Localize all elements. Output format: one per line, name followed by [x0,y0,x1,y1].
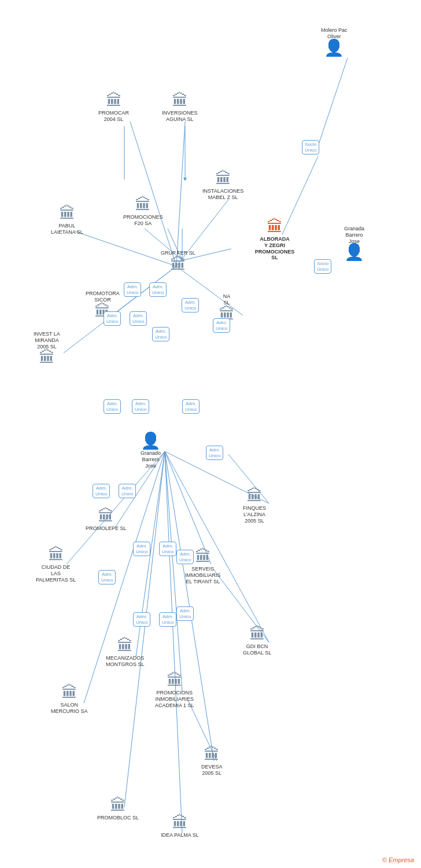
badge-adm-gbj: Adm.Unico [206,446,223,460]
svg-line-8 [130,122,176,266]
label-molero-pac-oliver: Molero PacOliver [321,27,348,40]
node-grup-fer: GRUP FER SL 🏛 [161,249,195,273]
building-icon-promocions: 🏛 [167,672,183,689]
building-icon-pabul: 🏛 [59,205,75,222]
svg-line-9 [176,122,185,266]
label-promocions-inmobiliaries: PROMOCIONSINMOBILIARIESACADEMIA 1 SL [155,690,194,708]
badge-adm-15: Adm.Unico [98,570,116,584]
badge-adm-9: Adm.Unico [132,399,149,414]
badge-adm-18: Adm.Unico [159,612,176,627]
building-icon-grup-fer: 🏛 [170,256,186,273]
label-devesa-2005: DEVESA2005 SL [201,764,223,777]
person-icon-granada-top: 👤 [344,244,364,260]
label-granada-top: GranadaBarreroJose [344,226,364,244]
building-icon-inversiones-aguina: 🏛 [172,93,188,109]
node-mecanizados: 🏛 MECANIZADOSMONTGROS SL [106,638,145,668]
label-inversiones-aguina: INVERSIONESAGUINA SL [162,110,198,123]
label-promobloc: PROMOBLOC SL [97,815,139,821]
badge-adm-14: Adm.Unico [159,542,176,556]
building-icon-idea-palma: 🏛 [172,815,188,831]
copyright: © Empresa [382,856,414,863]
building-icon-devesa: 🏛 [204,746,220,763]
badge-adm-7: Adm.Unico [213,318,230,333]
label-finques-alzina: FINQUESL'ALZINA2005 SL [243,505,266,524]
building-icon-serveis: 🏛 [195,549,211,565]
node-granada-barrero-top: GranadaBarreroJose 👤 [344,225,364,260]
label-ciudad-palmeritas: CIUDAD DELASPALMERITAS SL [36,564,76,583]
person-icon-granada-main: 👤 [141,433,161,449]
node-promociones-f20: 🏛 PROMOCIONESF20 SA [123,197,163,227]
svg-line-24 [165,451,182,692]
badge-adm-5: Adm.Unico [182,298,199,312]
label-salon-mercurio: SALONMERCURIO SA [51,702,88,715]
label-mecanizados: MECANIZADOSMONTGROS SL [106,655,145,668]
node-invest-la-miranda: INVEST LAMIRANDA2005 SL 🏛 [34,330,60,366]
node-promocions-inmobiliaries: 🏛 PROMOCIONSINMOBILIARIESACADEMIA 1 SL [155,672,194,708]
node-finques-alzina: 🏛 FINQUESL'ALZINA2005 SL [243,488,266,524]
node-promobloc: 🏛 PROMOBLOC SL [97,797,139,821]
building-icon-promociones-f20: 🏛 [135,197,151,213]
badge-adm-2: Adm.Unico [149,282,167,297]
svg-line-0 [318,58,348,146]
building-icon-promolepe: 🏛 [98,508,114,524]
node-salon-mercurio: 🏛 SALONMERCURIO SA [51,685,88,715]
label-promociones-f20: PROMOCIONESF20 SA [123,214,163,227]
badge-adm-10: Adm.Unico [182,399,200,414]
building-icon-ciudad: 🏛 [48,547,64,563]
node-idea-palma: 🏛 IDEA PALMA SL [161,815,199,838]
node-inversiones-aguina: 🏛 INVERSIONESAGUINA SL [162,93,198,123]
badge-adm-12: Adm.Unico [119,484,136,498]
badge-adm-11: Adm.Unico [93,484,110,498]
badge-adm-8: Adm.Unico [104,399,121,414]
building-icon-salon: 🏛 [61,685,77,701]
person-icon-molero: 👤 [324,40,344,56]
badge-adm-4: Adm.Unico [130,311,147,326]
building-icon-invest-miranda: 🏛 [39,350,55,366]
badge-socio-unico-alborada: SocioÚnico [314,259,331,274]
building-icon-gdi: 🏛 [249,626,265,642]
label-idea-palma: IDEA PALMA SL [161,832,199,838]
label-instalaciones-mabel: INSTALACIONESMABEL Z SL [202,188,243,201]
label-granada-main: GranadoBarreroJose [141,450,161,469]
label-promolepe: PROMOLEPE SL [86,525,127,532]
node-na-sl: NASL 🏛 [219,292,235,322]
node-devesa-2005: 🏛 DEVESA2005 SL [201,746,223,777]
building-icon-mecanizados: 🏛 [117,638,133,654]
node-promocar-2004: 🏛 PROMOCAR2004 SL [98,93,129,123]
badge-adm-17: Adm.Unico [133,612,150,627]
node-instalaciones-mabel: 🏛 INSTALACIONESMABEL Z SL [202,171,243,201]
badge-adm-6: Adm.Unico [152,327,169,341]
building-icon-alborada: 🏛 [267,219,283,235]
building-icon-promocar: 🏛 [106,93,122,109]
building-icon-promobloc: 🏛 [110,797,126,814]
label-serveis-immobiliaris: SERVEISIMMOBILIARISEL TIRANT SL [185,566,221,584]
label-gdi-bcn: GDI BCNGLOBAL SL [243,643,271,656]
svg-line-19 [124,451,165,807]
badge-adm-19: Adm.Unico [176,606,194,621]
node-alborada-zegri: 🏛 ALBORADAY ZEGRIPROMOCIONES SL [252,219,298,261]
building-icon-instalaciones: 🏛 [215,171,231,187]
badge-adm-3: Adm.Unico [104,311,121,326]
node-pabul-laietana: 🏛 PABULLAIETANA SL [51,205,83,236]
badge-adm-16: Adm.Unico [176,550,194,564]
label-na-sl: NASL [223,293,231,306]
building-icon-finques: 🏛 [246,488,263,504]
svg-line-20 [165,451,182,833]
badge-adm-13: Adm.Unico [133,542,150,556]
label-promocar-2004: PROMOCAR2004 SL [98,110,129,123]
label-pabul-laietana: PABULLAIETANA SL [51,223,83,236]
label-promotora-sicor: PROMOTORASICOR [86,290,120,303]
node-promolepe: 🏛 PROMOLEPE SL [86,508,127,532]
label-alborada-zegri: ALBORADAY ZEGRIPROMOCIONES SL [252,236,298,261]
label-invest-la-miranda: INVEST LAMIRANDA2005 SL [34,331,60,350]
node-gdi-bcn: 🏛 GDI BCNGLOBAL SL [243,626,271,656]
badge-socio-unico-top: SocioÚnico [302,140,319,155]
node-granada-barrero-main: 👤 GranadoBarreroJose [141,433,161,469]
node-ciudad-palmeritas: 🏛 CIUDAD DELASPALMERITAS SL [36,547,76,583]
node-molero-pac-oliver: Molero PacOliver 👤 [321,26,348,56]
badge-adm-1: Adm.Unico [124,282,141,297]
